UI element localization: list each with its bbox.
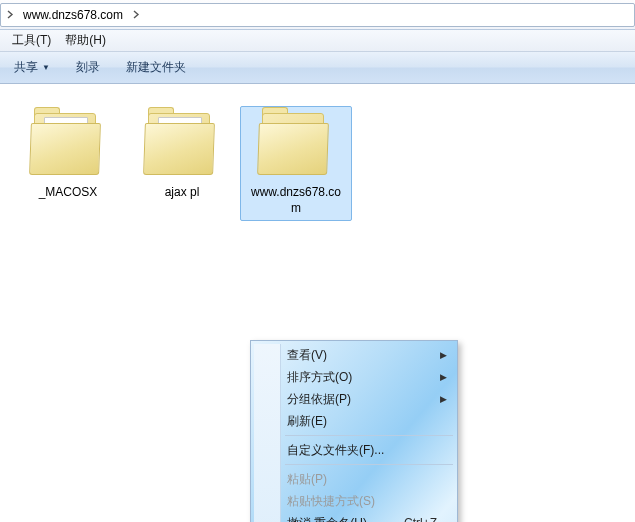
separator — [285, 464, 453, 465]
folder-label: ajax pl — [165, 185, 200, 201]
folder-item-macosx[interactable]: _MACOSX — [12, 106, 124, 206]
submenu-arrow-icon: ▶ — [440, 394, 447, 404]
context-menu-paste: 粘贴(P) — [253, 468, 455, 490]
context-menu-paste-shortcut: 粘贴快捷方式(S) — [253, 490, 455, 512]
context-menu-label: 自定义文件夹(F)... — [287, 442, 384, 459]
chevron-right-icon[interactable] — [1, 4, 19, 26]
folder-label: _MACOSX — [39, 185, 98, 201]
separator — [285, 435, 453, 436]
context-menu-label: 分组依据(P) — [287, 391, 351, 408]
folder-item-dnzs678[interactable]: www.dnzs678.com — [240, 106, 352, 221]
folder-item-ajax[interactable]: ajax pl — [126, 106, 238, 206]
context-menu-undo[interactable]: 撤消 重命名(U) Ctrl+Z — [253, 512, 455, 522]
toolbar-share[interactable]: 共享 ▼ — [14, 59, 50, 76]
menu-bar: 工具(T) 帮助(H) — [0, 30, 635, 52]
menu-tools[interactable]: 工具(T) — [12, 32, 51, 49]
context-menu-group[interactable]: 分组依据(P) ▶ — [253, 388, 455, 410]
shortcut-label: Ctrl+Z — [404, 516, 437, 522]
context-menu: 查看(V) ▶ 排序方式(O) ▶ 分组依据(P) ▶ 刷新(E) 自定义文件夹… — [250, 340, 458, 522]
submenu-arrow-icon: ▶ — [440, 372, 447, 382]
folder-icon — [142, 111, 222, 179]
context-menu-label: 排序方式(O) — [287, 369, 352, 386]
toolbar-new-folder-label: 新建文件夹 — [126, 59, 186, 76]
submenu-arrow-icon: ▶ — [440, 350, 447, 360]
breadcrumb-item[interactable]: www.dnzs678.com — [19, 8, 127, 22]
chevron-down-icon: ▼ — [42, 63, 50, 72]
breadcrumb[interactable]: www.dnzs678.com — [0, 3, 635, 27]
folder-icon — [28, 111, 108, 179]
toolbar-burn[interactable]: 刻录 — [76, 59, 100, 76]
context-menu-sort[interactable]: 排序方式(O) ▶ — [253, 366, 455, 388]
context-menu-refresh[interactable]: 刷新(E) — [253, 410, 455, 432]
context-menu-customize[interactable]: 自定义文件夹(F)... — [253, 439, 455, 461]
context-menu-label: 刷新(E) — [287, 413, 327, 430]
context-menu-label: 粘贴(P) — [287, 471, 327, 488]
chevron-right-icon[interactable] — [127, 4, 145, 26]
toolbar-share-label: 共享 — [14, 59, 38, 76]
context-menu-label: 粘贴快捷方式(S) — [287, 493, 375, 510]
folder-label: www.dnzs678.com — [246, 185, 346, 216]
toolbar: 共享 ▼ 刻录 新建文件夹 — [0, 52, 635, 84]
content-area[interactable]: _MACOSX ajax pl www.dnzs678.com 查看(V) ▶ … — [0, 84, 635, 522]
breadcrumb-bar: www.dnzs678.com — [0, 0, 635, 30]
toolbar-burn-label: 刻录 — [76, 59, 100, 76]
context-menu-view[interactable]: 查看(V) ▶ — [253, 344, 455, 366]
menu-help[interactable]: 帮助(H) — [65, 32, 106, 49]
context-menu-label: 查看(V) — [287, 347, 327, 364]
context-menu-label: 撤消 重命名(U) — [287, 515, 367, 523]
folder-icon — [256, 111, 336, 179]
toolbar-new-folder[interactable]: 新建文件夹 — [126, 59, 186, 76]
